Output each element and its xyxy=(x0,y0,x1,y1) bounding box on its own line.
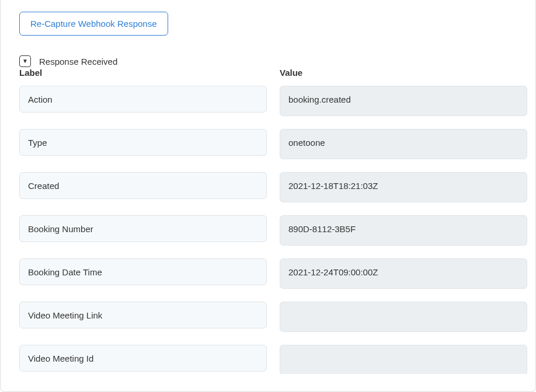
value-field[interactable] xyxy=(280,302,527,332)
response-received-toggle[interactable]: ▼ Response Received xyxy=(19,55,517,67)
table-row xyxy=(19,215,527,246)
value-field[interactable] xyxy=(280,86,527,116)
table-row xyxy=(19,172,527,202)
label-field[interactable] xyxy=(19,172,267,199)
value-field[interactable] xyxy=(280,172,527,202)
label-field[interactable] xyxy=(19,215,267,242)
label-field[interactable] xyxy=(19,129,267,156)
chevron-down-icon: ▼ xyxy=(19,55,31,67)
table-row xyxy=(19,86,527,116)
page-container: Re-Capture Webhook Response ▼ Response R… xyxy=(0,0,536,392)
label-field[interactable] xyxy=(19,258,267,285)
table-row xyxy=(19,258,527,289)
value-field[interactable] xyxy=(280,129,527,159)
column-headers: Label Value xyxy=(19,68,527,78)
recapture-button[interactable]: Re-Capture Webhook Response xyxy=(19,12,168,36)
response-received-label: Response Received xyxy=(39,57,117,66)
table-row xyxy=(19,345,527,374)
table-row xyxy=(19,129,527,159)
label-field[interactable] xyxy=(19,86,267,113)
top-controls: Re-Capture Webhook Response ▼ Response R… xyxy=(1,0,535,67)
header-value: Value xyxy=(280,68,527,78)
header-label: Label xyxy=(19,68,267,78)
value-field[interactable] xyxy=(280,258,527,289)
response-scroll-area[interactable]: Label Value xyxy=(1,68,535,374)
value-field[interactable] xyxy=(280,215,527,246)
table-row xyxy=(19,302,527,332)
label-field[interactable] xyxy=(19,302,267,328)
label-field[interactable] xyxy=(19,345,267,372)
value-field[interactable] xyxy=(280,345,527,374)
